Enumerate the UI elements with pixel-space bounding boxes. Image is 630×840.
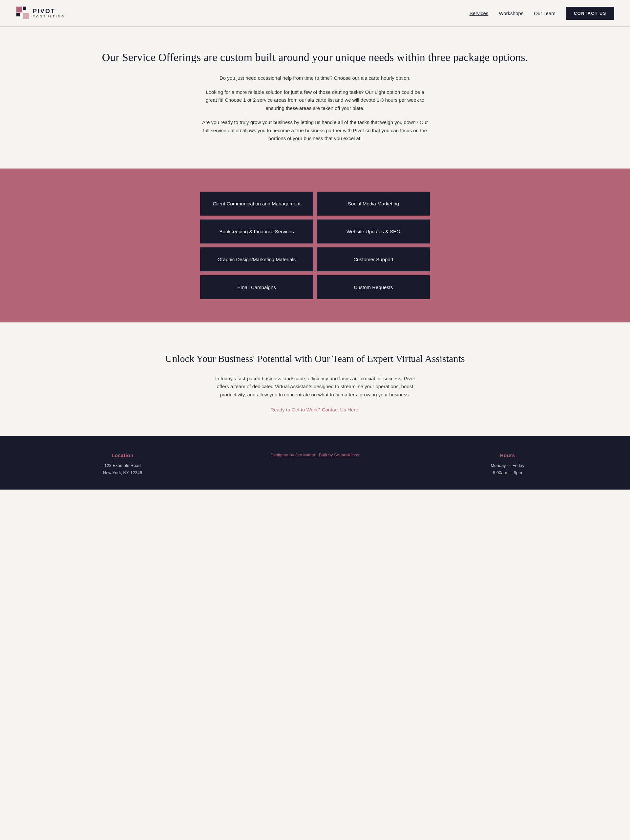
- site-footer: Location 123 Example Road New York, NY 1…: [0, 436, 630, 489]
- svg-rect-3: [23, 13, 29, 19]
- hero-para-1: Do you just need occasional help from ti…: [200, 74, 430, 82]
- footer-credit-col: Designed by Jen Maher | Built by SquareK…: [219, 453, 412, 458]
- contact-us-button[interactable]: CONTACT US: [566, 7, 614, 20]
- svg-rect-1: [23, 6, 26, 10]
- logo[interactable]: PIVOT CONSULTING: [16, 6, 65, 21]
- footer-hours: Hours Monday — Friday 8:00am — 5pm: [411, 453, 604, 477]
- cta-link[interactable]: Ready to Get to Work? Contact Us Here.: [270, 407, 360, 412]
- hero-heading: Our Service Offerings are custom built a…: [66, 50, 564, 65]
- service-card-email-campaigns[interactable]: Email Campaigns: [200, 275, 313, 299]
- hero-section: Our Service Offerings are custom built a…: [0, 27, 630, 168]
- footer-hours-heading: Hours: [411, 453, 604, 458]
- footer-location-heading: Location: [26, 453, 219, 458]
- logo-main: PIVOT: [33, 8, 65, 15]
- nav-our-team[interactable]: Our Team: [534, 11, 556, 16]
- site-header: PIVOT CONSULTING Services Workshops Our …: [0, 0, 630, 27]
- footer-address-line2: New York, NY 12345: [26, 469, 219, 477]
- main-nav: Services Workshops Our Team CONTACT US: [469, 7, 614, 20]
- logo-text-block: PIVOT CONSULTING: [33, 8, 65, 18]
- hero-para-3: Are you ready to truly grow your busines…: [200, 118, 430, 143]
- footer-credit-link[interactable]: Designed by Jen Maher | Built by SquareK…: [270, 453, 360, 458]
- service-card-graphic-design[interactable]: Graphic Design/Marketing Materials: [200, 248, 313, 272]
- footer-location: Location 123 Example Road New York, NY 1…: [26, 453, 219, 477]
- services-grid: Client Communication and Management Soci…: [200, 192, 430, 299]
- hero-para-2: Looking for a more reliable solution for…: [200, 88, 430, 112]
- service-card-bookkeeping[interactable]: Bookkeeping & Financial Services: [200, 219, 313, 243]
- logo-sub: CONSULTING: [33, 15, 65, 18]
- nav-workshops[interactable]: Workshops: [499, 11, 523, 16]
- service-card-custom-requests[interactable]: Custom Requests: [317, 275, 430, 299]
- service-card-social-media[interactable]: Social Media Marketing: [317, 192, 430, 216]
- bottom-heading: Unlock Your Business' Potential with Our…: [66, 352, 564, 366]
- footer-address-line1: 123 Example Road: [26, 462, 219, 469]
- bottom-section: Unlock Your Business' Potential with Our…: [0, 322, 630, 436]
- svg-rect-0: [16, 6, 22, 13]
- svg-rect-2: [16, 13, 20, 16]
- service-card-customer-support[interactable]: Customer Support: [317, 248, 430, 272]
- bottom-para: In today's fast-paced business landscape…: [213, 375, 417, 399]
- service-card-client-communication[interactable]: Client Communication and Management: [200, 192, 313, 216]
- footer-hours-line1: Monday — Friday: [411, 462, 604, 469]
- nav-services[interactable]: Services: [469, 11, 489, 16]
- logo-icon: [16, 6, 30, 21]
- service-card-website[interactable]: Website Updates & SEO: [317, 219, 430, 243]
- footer-hours-line2: 8:00am — 5pm: [411, 469, 604, 477]
- services-section: Client Communication and Management Soci…: [0, 169, 630, 322]
